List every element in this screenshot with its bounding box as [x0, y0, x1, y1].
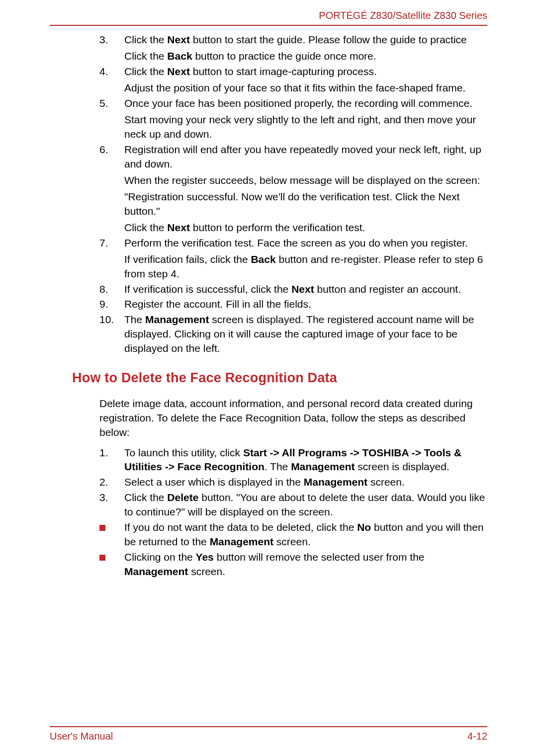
- text: Click the: [124, 34, 167, 45]
- text: button will remove the selected user fro…: [214, 551, 425, 563]
- square-bullet-icon: [99, 525, 105, 531]
- list-item: 10. The Management screen is displayed. …: [99, 313, 487, 356]
- text: If verification fails, click the: [124, 253, 251, 265]
- list-item: 2. Select a user which is displayed in t…: [99, 475, 487, 490]
- page-content: 3. Click the Next button to start the gu…: [50, 33, 487, 580]
- list-item: 3. Click the Next button to start the gu…: [99, 33, 487, 64]
- ordered-list-1: 3. Click the Next button to start the gu…: [99, 33, 487, 356]
- item-number: 7.: [99, 236, 119, 251]
- text: To launch this utility, click: [124, 447, 243, 458]
- text: If you do not want the data to be delete…: [124, 521, 357, 533]
- square-bullet-icon: [99, 555, 105, 561]
- bold-text: Delete: [167, 492, 198, 503]
- text: button to practice the guide once more.: [192, 50, 376, 62]
- item-number: 3.: [99, 491, 119, 505]
- list-item: 8. If verification is successful, click …: [99, 282, 487, 297]
- bold-text: Back: [251, 253, 275, 265]
- list-item: If you do not want the data to be delete…: [99, 520, 487, 549]
- text: screen.: [188, 566, 225, 577]
- list-item: 9. Register the account. Fill in all the…: [99, 297, 487, 312]
- paragraph: To launch this utility, click Start -> A…: [124, 446, 487, 475]
- item-number: 6.: [99, 143, 119, 157]
- paragraph: Click the Delete button. "You are about …: [124, 491, 487, 519]
- item-number: 8.: [99, 282, 119, 297]
- bold-text: Management: [304, 476, 367, 488]
- text: Clicking on the: [124, 551, 196, 563]
- bold-text: Next: [167, 34, 190, 45]
- text: Click the: [124, 66, 167, 77]
- item-number: 10.: [99, 313, 119, 327]
- text: If verification is successful, click the: [124, 283, 291, 295]
- list-item: 4. Click the Next button to start image-…: [99, 65, 487, 95]
- list-item: 5. Once your face has been positioned pr…: [99, 96, 487, 142]
- bold-text: Management: [291, 461, 355, 472]
- footer-left: User's Manual: [50, 731, 113, 742]
- item-number: 9.: [99, 297, 119, 312]
- paragraph: Register the account. Fill in all the fi…: [124, 297, 487, 312]
- paragraph: Clicking on the Yes button will remove t…: [124, 550, 487, 579]
- paragraph: When the register succeeds, below messag…: [124, 173, 487, 188]
- text: Click the: [124, 50, 167, 62]
- paragraph: The Management screen is displayed. The …: [124, 313, 487, 356]
- bold-text: No: [357, 521, 371, 533]
- list-item: Clicking on the Yes button will remove t…: [99, 550, 487, 579]
- bold-text: Back: [167, 50, 192, 62]
- text: Click the: [124, 222, 167, 233]
- bold-text: Management: [124, 566, 188, 577]
- paragraph: Adjust the position of your face so that…: [124, 81, 487, 95]
- footer-right: 4-12: [467, 731, 487, 742]
- text: button to start image-capturing process.: [190, 66, 377, 77]
- text: button to perform the verification test.: [190, 222, 365, 233]
- bold-text: Next: [291, 283, 314, 295]
- bold-text: Management: [145, 314, 209, 325]
- paragraph: Start moving your neck very slightly to …: [124, 113, 487, 142]
- paragraph: "Registration successful. Now we'll do t…: [124, 190, 487, 219]
- text: The: [124, 314, 145, 325]
- item-number: 4.: [99, 65, 119, 79]
- paragraph: Select a user which is displayed in the …: [124, 475, 487, 490]
- bullet-list: If you do not want the data to be delete…: [99, 520, 487, 579]
- product-header: PORTÉGÉ Z830/Satellite Z830 Series: [319, 10, 487, 21]
- paragraph: If verification is successful, click the…: [124, 282, 487, 297]
- list-item: 6. Registration will end after you have …: [99, 143, 487, 235]
- item-number: 2.: [99, 475, 119, 490]
- bold-text: Management: [210, 536, 273, 547]
- list-item: 3. Click the Delete button. "You are abo…: [99, 491, 487, 519]
- paragraph: Registration will end after you have rep…: [124, 143, 487, 171]
- paragraph: If verification fails, click the Back bu…: [124, 252, 487, 281]
- section-heading: How to Delete the Face Recognition Data: [72, 369, 487, 387]
- header-rule: [50, 25, 487, 26]
- text: . The: [265, 461, 291, 472]
- bold-text: Next: [167, 222, 190, 233]
- text: button and register an account.: [314, 283, 461, 295]
- paragraph: Click the Next button to start the guide…: [124, 33, 487, 47]
- item-number: 1.: [99, 446, 119, 460]
- paragraph: Click the Back button to practice the gu…: [124, 49, 487, 64]
- footer-rule: [50, 726, 487, 727]
- text: Select a user which is displayed in the: [124, 476, 304, 488]
- text: Click the: [124, 492, 167, 503]
- bold-text: Yes: [196, 551, 214, 563]
- page: PORTÉGÉ Z830/Satellite Z830 Series 3. Cl…: [50, 0, 487, 756]
- list-item: 7. Perform the verification test. Face t…: [99, 236, 487, 281]
- ordered-list-2: 1. To launch this utility, click Start -…: [99, 446, 487, 520]
- intro-paragraph: Delete image data, account information, …: [99, 397, 487, 440]
- text: button to start the guide. Please follow…: [190, 34, 467, 45]
- paragraph: If you do not want the data to be delete…: [124, 520, 487, 549]
- paragraph: Click the Next button to start image-cap…: [124, 65, 487, 79]
- text: screen is displayed.: [355, 461, 449, 472]
- paragraph: Once your face has been positioned prope…: [124, 96, 487, 111]
- paragraph: Perform the verification test. Face the …: [124, 236, 487, 251]
- text: screen.: [367, 476, 405, 488]
- item-number: 5.: [99, 96, 119, 111]
- text: screen.: [273, 536, 311, 547]
- paragraph: Click the Next button to perform the ver…: [124, 221, 487, 235]
- item-number: 3.: [99, 33, 119, 47]
- bold-text: Next: [167, 66, 190, 77]
- list-item: 1. To launch this utility, click Start -…: [99, 446, 487, 475]
